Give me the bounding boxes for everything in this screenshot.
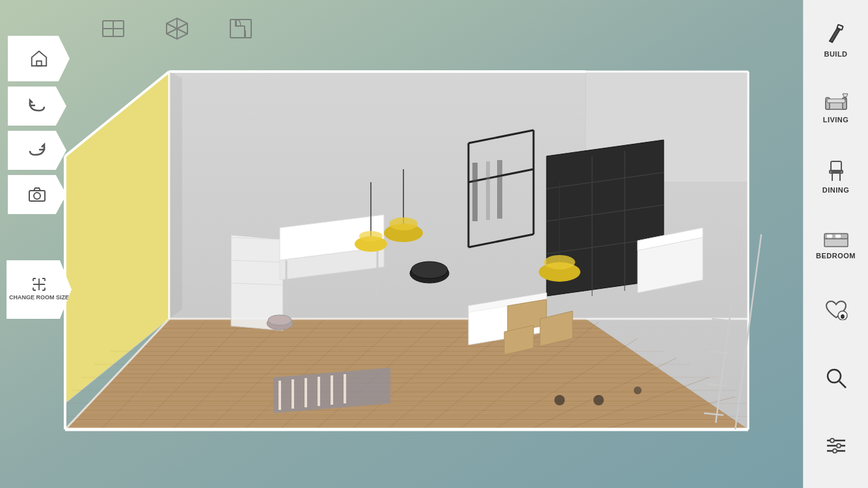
svg-line-107 bbox=[167, 23, 177, 29]
sidebar-item-search[interactable] bbox=[807, 351, 865, 409]
svg-point-153 bbox=[837, 444, 841, 448]
right-sidebar: BUILD LIVING DINING bbox=[803, 0, 868, 488]
svg-rect-111 bbox=[230, 20, 251, 38]
svg-point-99 bbox=[268, 315, 292, 325]
svg-line-110 bbox=[167, 29, 177, 34]
living-label: LIVING bbox=[823, 116, 849, 124]
svg-point-152 bbox=[830, 439, 834, 442]
svg-marker-100 bbox=[169, 72, 182, 319]
svg-rect-117 bbox=[36, 61, 42, 66]
svg-line-148 bbox=[839, 381, 846, 388]
svg-point-50 bbox=[359, 231, 383, 241]
home-button[interactable] bbox=[8, 36, 70, 81]
svg-point-71 bbox=[411, 262, 448, 278]
svg-point-154 bbox=[833, 449, 837, 453]
floorplan-view-button[interactable] bbox=[225, 13, 256, 44]
sidebar-item-dining[interactable]: DINING bbox=[807, 147, 865, 206]
svg-point-97 bbox=[634, 386, 642, 394]
sidebar-item-filters[interactable] bbox=[807, 418, 865, 477]
svg-rect-112 bbox=[236, 20, 236, 26]
3d-view-button[interactable] bbox=[161, 13, 193, 44]
svg-point-53 bbox=[389, 217, 418, 230]
sidebar-item-favorites[interactable]: 0 bbox=[807, 282, 865, 341]
svg-rect-143 bbox=[826, 234, 833, 238]
main-canvas: CHANGE ROOM SIZE bbox=[0, 0, 803, 488]
svg-text:0: 0 bbox=[841, 314, 844, 319]
svg-marker-136 bbox=[843, 94, 848, 97]
sidebar-item-build[interactable]: BUILD bbox=[807, 11, 865, 70]
svg-point-147 bbox=[828, 370, 841, 383]
view-mode-toolbar bbox=[98, 13, 256, 44]
redo-button[interactable] bbox=[8, 131, 66, 170]
svg-point-74 bbox=[544, 255, 575, 269]
sidebar-item-bedroom[interactable]: BEDROOM bbox=[807, 215, 865, 273]
svg-point-96 bbox=[593, 395, 604, 405]
camera-button[interactable] bbox=[8, 175, 66, 214]
svg-rect-130 bbox=[837, 25, 843, 30]
svg-line-109 bbox=[177, 29, 187, 34]
svg-rect-134 bbox=[827, 99, 845, 103]
svg-rect-144 bbox=[835, 234, 841, 238]
bedroom-label: BEDROOM bbox=[816, 252, 856, 260]
build-label: BUILD bbox=[824, 50, 847, 58]
svg-rect-113 bbox=[245, 31, 245, 38]
left-nav bbox=[8, 36, 70, 214]
dining-label: DINING bbox=[822, 186, 850, 194]
svg-point-119 bbox=[34, 193, 40, 199]
change-room-size-button[interactable]: CHANGE ROOM SIZE bbox=[7, 260, 72, 319]
change-room-label: CHANGE ROOM SIZE bbox=[9, 294, 69, 302]
svg-point-95 bbox=[554, 395, 565, 405]
undo-button[interactable] bbox=[8, 87, 66, 126]
sidebar-item-living[interactable]: LIVING bbox=[807, 79, 865, 137]
svg-line-106 bbox=[177, 23, 187, 29]
svg-marker-116 bbox=[31, 51, 46, 66]
room-3d-view bbox=[0, 0, 803, 488]
2d-view-button[interactable] bbox=[98, 13, 129, 44]
